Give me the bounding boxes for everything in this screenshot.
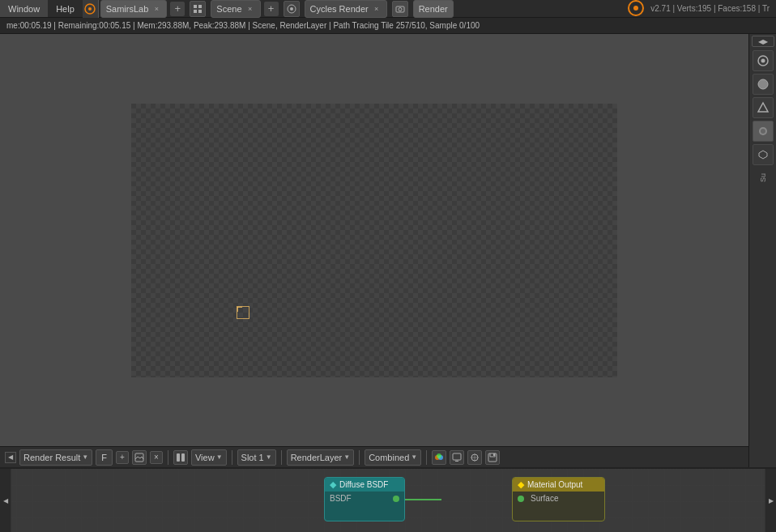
world-btn[interactable] [753,121,774,142]
blender-icon [84,3,96,15]
view-toggle-btn[interactable] [173,450,188,465]
object-btn[interactable] [753,144,774,165]
f-button[interactable]: F [96,449,113,466]
diffuse-socket-label: BSDF [330,494,352,503]
material-input-socket[interactable] [518,496,524,502]
diffuse-bsdf-body: BSDF [325,492,404,505]
material-output-header: ◆ Material Output [513,478,604,492]
material-icon: ◆ [518,479,524,490]
render-icon [757,54,770,67]
material-output-label: Material Output [527,480,582,489]
object-icon [757,148,770,161]
material-output-node[interactable]: ◆ Material Output Surface [512,477,605,521]
close-slot-btn[interactable]: × [150,451,163,464]
scene-btn[interactable] [753,97,774,118]
save-btn[interactable] [485,450,500,465]
close-icon: × [154,453,159,462]
svg-point-11 [633,6,638,11]
svg-rect-14 [181,453,185,462]
camera-icon [395,4,405,14]
tab-group-icon[interactable] [190,1,206,17]
tab-render[interactable]: Render [413,0,454,18]
render-canvas [131,104,617,377]
view-arrow: ▼ [216,453,223,461]
tab-cycles-close[interactable]: × [372,4,382,14]
f-label: F [101,453,107,462]
tab-scene-group-icon[interactable] [284,1,300,17]
save-icon [488,453,497,462]
tab-cycles[interactable]: Cycles Render × [305,0,387,18]
scene-icon [757,101,770,114]
menu-window[interactable]: Window [0,0,48,17]
left-content: ◀ Render Result ▼ F + [0,34,748,467]
view-label: View [195,453,215,462]
cycles-icon [287,4,296,14]
combined-dropdown[interactable]: Combined ▼ [365,449,421,466]
slot-dropdown[interactable]: Slot 1 ▼ [237,449,276,466]
tab-samirslab[interactable]: SamirsLab × [100,0,168,18]
tab-group: SamirsLab × + Scene × + [83,0,455,17]
tab-scene-label: Scene [216,4,241,14]
rgb-icon [433,452,445,463]
node-editor: ◀ ▶ ◆ Diffuse BSDF BSDF ◆ Material Outp [0,467,776,532]
scope-icon [470,453,480,462]
diffuse-output-socket[interactable] [393,496,399,502]
node-editor-expand-right[interactable]: ▶ [765,469,776,532]
svg-rect-4 [194,10,197,13]
svg-point-27 [758,79,768,89]
tab-samirslab-label: SamirsLab [106,4,149,14]
render-result-label: Render Result [23,453,80,462]
slot-arrow: ▼ [266,453,272,461]
right-sidebar: ◀▶ [748,34,776,467]
render-layer-label: RenderLayer [291,453,343,462]
combined-arrow: ▼ [411,453,417,461]
tab-scene-close[interactable]: × [245,4,255,14]
render-layer-dropdown[interactable]: RenderLayer ▼ [287,449,355,466]
layers-btn[interactable] [753,74,774,95]
diffuse-bsdf-header: ◆ Diffuse BSDF [325,478,404,492]
sidebar-expand-btn[interactable]: ◀▶ [752,36,774,47]
version-info: v2.71 | Verts:195 | Faces:158 | Tr [650,4,776,13]
tab-add-scene[interactable]: + [264,2,279,16]
color-channels-btn[interactable] [432,450,446,465]
separator-5 [426,450,427,465]
svg-rect-18 [453,453,461,460]
svg-point-29 [761,129,765,134]
display-btn[interactable] [450,450,464,465]
svg-point-26 [761,59,765,63]
tab-scene[interactable]: Scene × [211,0,260,18]
render-tab-icon[interactable] [392,1,408,17]
world-icon [757,125,770,138]
render-result-dropdown[interactable]: Render Result ▼ [19,449,92,466]
svg-point-1 [88,7,92,11]
status-bar: me:00:05.19 | Remaining:00:05.15 | Mem:2… [0,18,776,34]
view-dropdown[interactable]: View ▼ [191,449,227,466]
separator-3 [281,450,282,465]
menu-help[interactable]: Help [48,0,83,17]
add-slot-btn[interactable]: + [116,451,129,464]
tab-samirslab-close[interactable]: × [151,4,161,14]
diffuse-icon: ◆ [330,479,336,490]
blender-logo [628,0,650,18]
render-cursor [237,306,249,319]
slot-image-btn[interactable] [132,450,147,465]
add-icon: + [120,453,125,462]
tab-add-samirslab[interactable]: + [170,2,185,16]
render-settings-btn[interactable] [753,50,774,71]
bottom-render-bar: ◀ Render Result ▼ F + [0,446,748,467]
tab-render-label: Render [419,4,448,14]
app-window: Window Help SamirsLab × + [0,0,776,532]
svg-point-9 [399,7,402,11]
layers-icon [757,78,770,91]
node-editor-expand-left[interactable]: ◀ [0,469,11,532]
svg-point-7 [290,7,293,11]
diffuse-bsdf-node[interactable]: ◆ Diffuse BSDF BSDF [324,477,405,521]
main-content: ◀ Render Result ▼ F + [0,34,776,467]
image-icon [134,453,144,462]
svg-rect-13 [177,453,180,462]
slot-label: Slot 1 [241,453,264,462]
grid-icon [193,4,203,14]
expand-left-icon: ◀ [3,497,8,504]
collapse-btn[interactable]: ◀ [5,452,16,463]
scope-btn[interactable] [467,450,482,465]
